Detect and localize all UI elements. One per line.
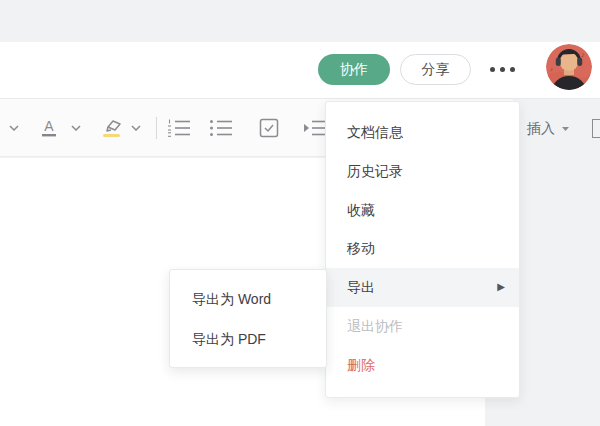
checkbox-icon bbox=[259, 118, 279, 138]
dot-icon bbox=[490, 67, 495, 72]
svg-text:A: A bbox=[44, 118, 54, 134]
svg-text:♪: ♪ bbox=[550, 66, 553, 72]
insert-label: 插入 bbox=[527, 120, 555, 138]
dot-icon bbox=[500, 67, 505, 72]
font-color-dropdown[interactable] bbox=[66, 99, 86, 157]
menu-item-delete[interactable]: 删除 bbox=[326, 346, 519, 385]
chevron-down-icon bbox=[561, 126, 570, 132]
avatar-illustration: ♪ ♪ bbox=[546, 44, 592, 90]
highlighter-icon bbox=[100, 118, 124, 138]
ordered-list-button[interactable] bbox=[166, 99, 192, 157]
submenu-item-export-pdf[interactable]: 导出为 PDF bbox=[170, 320, 326, 360]
menu-item-history[interactable]: 历史记录 bbox=[326, 152, 519, 191]
indent-icon bbox=[303, 118, 327, 138]
header-bar: 协作 分享 ♪ ♪ bbox=[0, 42, 600, 99]
more-options-button[interactable] bbox=[484, 54, 520, 85]
ordered-list-icon bbox=[167, 118, 191, 138]
checklist-button[interactable] bbox=[256, 99, 282, 157]
top-strip bbox=[0, 0, 600, 42]
export-submenu: 导出为 Word 导出为 PDF bbox=[169, 269, 327, 368]
highlight-color-button[interactable] bbox=[98, 99, 126, 157]
menu-item-document-info[interactable]: 文档信息 bbox=[326, 113, 519, 152]
chevron-down-icon bbox=[71, 125, 81, 131]
collaborate-button[interactable]: 协作 bbox=[318, 54, 390, 85]
more-options-menu: 文档信息 历史记录 收藏 移动 导出 ▶ 退出协作 删除 bbox=[325, 101, 520, 398]
submenu-arrow-icon: ▶ bbox=[497, 268, 505, 307]
svg-text:♪: ♪ bbox=[581, 51, 585, 58]
user-avatar[interactable]: ♪ ♪ bbox=[546, 44, 592, 90]
insert-menu-button[interactable]: 插入 bbox=[527, 119, 570, 139]
menu-item-exit-collaboration: 退出协作 bbox=[326, 307, 519, 346]
toolbar-dropdown-button[interactable] bbox=[4, 99, 24, 157]
share-button[interactable]: 分享 bbox=[400, 54, 471, 85]
menu-item-export[interactable]: 导出 ▶ bbox=[326, 268, 519, 307]
chevron-down-icon bbox=[9, 125, 19, 131]
fullscreen-icon[interactable] bbox=[592, 119, 600, 138]
highlight-color-dropdown[interactable] bbox=[126, 99, 146, 157]
menu-item-favorite[interactable]: 收藏 bbox=[326, 191, 519, 230]
bullet-list-button[interactable] bbox=[208, 99, 234, 157]
menu-item-move[interactable]: 移动 bbox=[326, 229, 519, 268]
font-color-button[interactable]: A bbox=[36, 99, 62, 157]
app-window: 协作 分享 ♪ ♪ bbox=[0, 0, 600, 426]
dot-icon bbox=[510, 67, 515, 72]
toolbar-divider bbox=[156, 117, 157, 139]
font-color-icon: A bbox=[40, 118, 58, 138]
chevron-down-icon bbox=[131, 125, 141, 131]
bullet-list-icon bbox=[209, 118, 233, 138]
submenu-item-export-word[interactable]: 导出为 Word bbox=[170, 280, 326, 320]
